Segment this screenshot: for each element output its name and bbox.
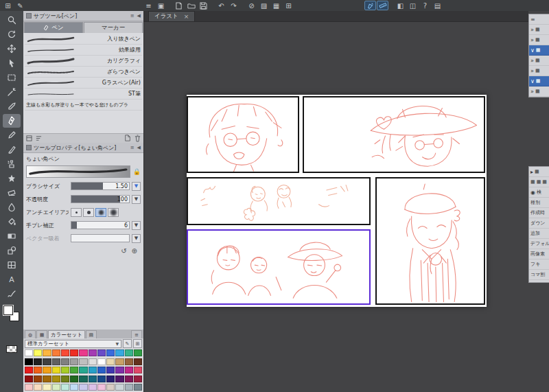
antialias-middle-button[interactable] — [95, 208, 106, 217]
toolbar-icon[interactable]: ▦ — [542, 179, 547, 185]
color-swatch[interactable] — [43, 349, 51, 356]
color-swatch[interactable] — [79, 358, 87, 365]
close-icon[interactable]: × — [184, 13, 189, 20]
color-swatch[interactable] — [34, 358, 42, 365]
color-swatch[interactable] — [52, 376, 60, 382]
subtool-tab-pen[interactable]: ペン — [24, 22, 83, 33]
material-category[interactable]: デフォル — [529, 239, 549, 249]
show-detail-icon[interactable]: ⊕ — [132, 247, 137, 255]
material-category[interactable]: 種別 — [529, 198, 549, 208]
collapsed-row[interactable]: »▦ — [529, 87, 549, 97]
speech-balloon-icon[interactable]: ◧ — [395, 1, 406, 10]
delete-subtool-icon[interactable] — [135, 135, 141, 142]
tool-eraser[interactable] — [3, 186, 21, 200]
color-swatch[interactable] — [106, 358, 115, 365]
add-subtool-icon[interactable] — [124, 135, 131, 141]
color-swatch[interactable] — [25, 358, 33, 365]
subtool-item[interactable]: 主線も水彩も厚塗りも一本でやる怠けものブラ — [25, 100, 142, 111]
subtool-item[interactable]: Gラスペン(Air) — [25, 78, 142, 89]
subtool-item[interactable]: ST筆 — [25, 89, 142, 100]
collapsed-row[interactable]: »▦ — [529, 56, 549, 66]
chevron-down-icon[interactable]: ∨ — [530, 78, 535, 84]
material-category[interactable]: 画像素 — [529, 249, 549, 260]
redo-icon[interactable]: ↷ — [228, 1, 240, 10]
subtool-view-icon[interactable] — [26, 135, 32, 141]
color-swatch[interactable] — [89, 384, 97, 391]
comic-panel-2[interactable] — [303, 96, 485, 173]
color-swatch[interactable] — [61, 358, 69, 365]
chevron-right-icon[interactable]: » — [530, 27, 534, 33]
help-icon[interactable]: ? — [419, 1, 431, 10]
selected-row[interactable]: ∨▦ — [529, 76, 549, 87]
tool-auto-select[interactable] — [3, 85, 21, 99]
color-swatch[interactable] — [79, 349, 87, 356]
color-swatch[interactable] — [97, 376, 106, 382]
transparent-color-chip[interactable] — [6, 345, 17, 353]
chevron-right-icon[interactable]: » — [530, 37, 534, 43]
material-category[interactable]: ダウン — [529, 218, 549, 229]
color-swatch[interactable] — [134, 367, 142, 373]
subtool-item[interactable]: 効果線用 — [25, 45, 142, 56]
color-swatch[interactable] — [125, 384, 133, 391]
reset-all-settings-icon[interactable]: ↺ — [121, 247, 126, 255]
material-category[interactable]: 作成時 — [529, 208, 549, 218]
color-swatch[interactable] — [43, 376, 51, 382]
color-swatch[interactable] — [52, 384, 60, 391]
comic-panel-3[interactable] — [187, 177, 371, 225]
subtool-item[interactable]: 入り抜きペン — [25, 34, 142, 45]
color-swatch[interactable] — [125, 367, 133, 373]
color-swatch[interactable] — [70, 384, 78, 391]
color-swatch[interactable] — [134, 349, 142, 356]
color-grid-tab[interactable]: ▦ — [36, 330, 47, 338]
color-palette-menu-tab[interactable]: ≡ — [131, 330, 142, 338]
tool-gradient[interactable] — [3, 229, 21, 243]
color-swatch[interactable] — [115, 358, 124, 365]
tool-frame[interactable] — [3, 258, 21, 272]
antialias-weak-button[interactable] — [83, 208, 94, 217]
color-set-dropdown[interactable]: 標準カラーセット ▼ — [25, 340, 121, 348]
document-tab[interactable]: イラスト × — [148, 11, 195, 21]
antialias-none-button[interactable] — [71, 208, 82, 217]
tool-pencil[interactable] — [3, 128, 21, 142]
tool-fill[interactable] — [3, 215, 21, 229]
chevron-right-icon[interactable]: » — [530, 89, 534, 95]
chevron-down-icon[interactable]: ∨ — [530, 47, 535, 54]
palette-collapse-icon[interactable]: ◀ — [137, 13, 141, 19]
collapsed-row[interactable]: »▦ — [529, 66, 549, 76]
palette-collapse-icon[interactable]: ◀ — [137, 145, 141, 150]
snap-ruler-icon[interactable] — [377, 1, 388, 10]
tool-rotate-canvas[interactable] — [3, 27, 21, 41]
subtool-tab-marker[interactable]: マーカー — [84, 22, 143, 33]
foreground-color-chip[interactable] — [3, 305, 13, 315]
material-category[interactable]: フキ — [529, 260, 549, 270]
undo-icon[interactable]: ↶ — [215, 1, 227, 10]
save-file-icon[interactable] — [198, 1, 209, 10]
subtool-item[interactable]: カリグラフィ — [25, 56, 142, 67]
main-menu-icon[interactable]: ≡ — [143, 1, 154, 10]
palette-menu-icon[interactable]: ≡ — [130, 145, 135, 150]
brush-size-source-button[interactable]: ▼ — [132, 182, 141, 191]
snap-grid-icon[interactable]: ⊞ — [283, 1, 294, 10]
color-swatch[interactable] — [70, 349, 78, 356]
color-swatch[interactable] — [61, 376, 69, 382]
color-swatch[interactable] — [25, 367, 33, 373]
tool-eyedropper[interactable] — [3, 100, 21, 113]
snap-pen-icon[interactable] — [364, 1, 376, 10]
stabilization-slider[interactable]: 6 — [71, 221, 130, 229]
color-swatch[interactable] — [125, 349, 133, 356]
color-swatch[interactable] — [25, 349, 33, 356]
grid-icon[interactable]: ▦ — [270, 1, 282, 10]
brush-size-slider[interactable]: 1.50 — [71, 182, 130, 190]
color-swatch[interactable] — [97, 358, 106, 365]
color-swatch[interactable] — [106, 349, 115, 356]
color-swatch[interactable] — [34, 376, 42, 382]
tool-move[interactable] — [3, 42, 21, 56]
stabilization-dropdown-button[interactable]: ▼ — [132, 221, 141, 230]
open-file-icon[interactable] — [185, 1, 197, 10]
color-swatch[interactable] — [115, 384, 124, 391]
color-swatch[interactable] — [43, 367, 51, 373]
color-swatch[interactable] — [106, 367, 115, 373]
palette-menu-row[interactable]: ≡ — [529, 14, 549, 25]
toolbar-icon[interactable]: ▦ — [530, 179, 535, 185]
color-swatch[interactable] — [89, 349, 97, 356]
